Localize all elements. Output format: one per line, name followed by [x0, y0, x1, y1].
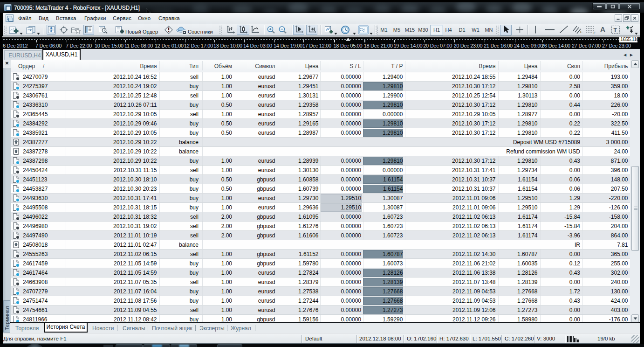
- svg-text:E: E: [580, 30, 582, 34]
- svg-text:T: T: [614, 27, 617, 34]
- svg-text:F: F: [594, 31, 596, 35]
